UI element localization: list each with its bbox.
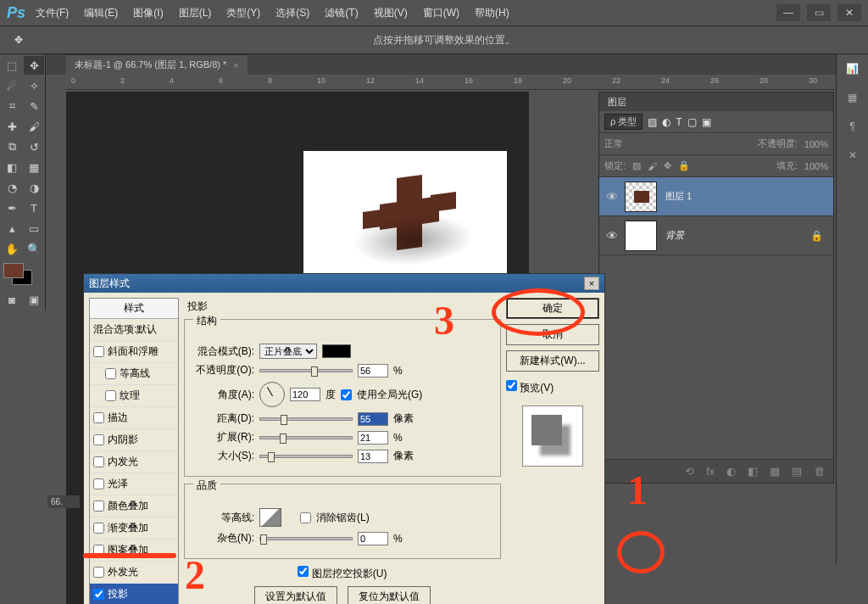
- eraser-tool[interactable]: ◧: [2, 158, 22, 176]
- menu-window[interactable]: 窗口(W): [423, 6, 459, 20]
- style-checkbox[interactable]: [93, 501, 104, 512]
- preview-checkbox[interactable]: [506, 380, 517, 391]
- menu-select[interactable]: 选择(S): [275, 6, 309, 20]
- style-checkbox[interactable]: [93, 456, 104, 467]
- quickmask-tool[interactable]: ◙: [2, 290, 22, 309]
- lock-pixel-icon[interactable]: 🖌: [648, 161, 657, 171]
- size-slider[interactable]: [259, 455, 353, 458]
- distance-slider[interactable]: [259, 417, 353, 421]
- blend-mode-select[interactable]: 正片叠底: [259, 344, 317, 359]
- menu-filter[interactable]: 滤镜(T): [325, 6, 358, 20]
- rect-select-tool[interactable]: ⬚: [2, 56, 22, 75]
- menu-file[interactable]: 文件(F): [36, 6, 69, 20]
- eyedropper-tool[interactable]: ✎: [24, 97, 44, 115]
- style-row-inner-glow[interactable]: 内发光: [90, 451, 178, 473]
- style-row-satin[interactable]: 光泽: [90, 473, 178, 495]
- style-checkbox[interactable]: [93, 412, 104, 423]
- style-checkbox[interactable]: [93, 567, 104, 578]
- style-checkbox[interactable]: [105, 390, 116, 401]
- paragraph-icon[interactable]: ¶: [837, 112, 868, 141]
- type-tool[interactable]: T: [24, 199, 44, 217]
- layer-row[interactable]: 👁 图层 1: [599, 177, 833, 216]
- noise-slider[interactable]: [259, 537, 353, 540]
- style-checkbox[interactable]: [93, 346, 104, 357]
- link-layers-icon[interactable]: ⟲: [685, 465, 694, 478]
- blend-options-row[interactable]: 混合选项:默认: [90, 319, 178, 341]
- lock-pos-icon[interactable]: ✥: [664, 160, 671, 171]
- move-tool[interactable]: ✥: [24, 56, 44, 75]
- fx-icon[interactable]: fx: [706, 465, 715, 478]
- history-brush-tool[interactable]: ↺: [24, 137, 44, 156]
- menu-edit[interactable]: 编辑(E): [84, 6, 118, 20]
- filter-smart-icon[interactable]: ▣: [702, 116, 711, 128]
- lock-trans-icon[interactable]: ▨: [632, 160, 641, 171]
- maximize-button[interactable]: ▭: [807, 4, 831, 21]
- noise-input[interactable]: [358, 532, 388, 545]
- layer-row[interactable]: 👁 背景 🔒: [599, 216, 833, 255]
- swatches-icon[interactable]: ▦: [837, 83, 868, 112]
- opacity-slider[interactable]: [259, 369, 353, 372]
- opacity-value[interactable]: 100%: [804, 139, 828, 149]
- reset-default-button[interactable]: 复位为默认值: [348, 586, 431, 604]
- dodge-tool[interactable]: ◑: [24, 178, 44, 197]
- filter-shape-icon[interactable]: ▢: [687, 116, 697, 128]
- new-layer-icon[interactable]: ▤: [792, 465, 802, 478]
- style-row-bevel[interactable]: 斜面和浮雕: [90, 341, 178, 363]
- menu-help[interactable]: 帮助(H): [475, 6, 509, 20]
- spread-input[interactable]: [358, 431, 388, 445]
- layers-panel-header[interactable]: 图层: [599, 92, 833, 111]
- new-style-button[interactable]: 新建样式(W)...: [506, 350, 599, 372]
- adjustment-icon[interactable]: ◧: [748, 465, 758, 478]
- close-tab-icon[interactable]: ×: [233, 60, 238, 70]
- layer-thumbnail[interactable]: [625, 221, 657, 251]
- style-checkbox[interactable]: [93, 434, 104, 445]
- style-row-texture[interactable]: 纹理: [90, 385, 178, 407]
- lasso-tool[interactable]: ☄: [2, 76, 22, 95]
- style-checkbox[interactable]: [93, 523, 104, 534]
- brush-tool[interactable]: 🖌: [24, 117, 44, 136]
- screenmode-tool[interactable]: ▣: [24, 290, 44, 309]
- shadow-color-swatch[interactable]: [322, 344, 351, 358]
- blend-mode-select[interactable]: 正常: [604, 137, 664, 150]
- dialog-close-button[interactable]: ×: [584, 277, 599, 290]
- zoom-tool[interactable]: 🔍: [24, 239, 44, 258]
- foreground-color[interactable]: [3, 263, 24, 278]
- opacity-input[interactable]: [358, 364, 388, 378]
- minimize-button[interactable]: —: [776, 4, 800, 21]
- histogram-icon[interactable]: 📊: [837, 54, 868, 83]
- style-row-gradient-overlay[interactable]: 渐变叠加: [90, 517, 178, 540]
- lock-all-icon[interactable]: 🔒: [678, 160, 690, 171]
- filter-pixel-icon[interactable]: ▨: [648, 116, 657, 128]
- size-input[interactable]: [358, 450, 388, 463]
- menu-type[interactable]: 类型(Y): [226, 6, 260, 20]
- style-row-pattern-overlay[interactable]: 图案叠加: [90, 540, 178, 562]
- path-select-tool[interactable]: ▴: [2, 219, 22, 238]
- layer-thumbnail[interactable]: [625, 182, 657, 212]
- angle-input[interactable]: [290, 388, 320, 401]
- color-swatches[interactable]: [2, 260, 44, 288]
- crop-tool[interactable]: ⌗: [2, 97, 22, 115]
- layer-name[interactable]: 背景: [665, 229, 684, 242]
- blur-tool[interactable]: ◔: [2, 178, 22, 197]
- gradient-tool[interactable]: ▦: [24, 158, 44, 176]
- trash-icon[interactable]: 🗑: [814, 465, 825, 478]
- filter-adjust-icon[interactable]: ◐: [662, 116, 670, 128]
- layer-name[interactable]: 图层 1: [665, 190, 692, 203]
- antialias-checkbox[interactable]: [300, 512, 311, 523]
- style-row-inner-shadow[interactable]: 内阴影: [90, 429, 178, 451]
- close-window-button[interactable]: ✕: [837, 4, 861, 21]
- filter-type-icon[interactable]: T: [676, 116, 682, 128]
- styles-header[interactable]: 样式: [90, 299, 178, 319]
- document-tab[interactable]: 未标题-1 @ 66.7% (图层 1, RGB/8) * ×: [66, 54, 248, 75]
- shape-tool[interactable]: ▭: [24, 219, 44, 238]
- contour-picker[interactable]: [259, 508, 281, 527]
- spread-slider[interactable]: [259, 436, 353, 439]
- style-checkbox[interactable]: [93, 478, 104, 489]
- fill-value[interactable]: 100%: [804, 161, 828, 171]
- menu-view[interactable]: 视图(V): [374, 6, 408, 20]
- style-checkbox[interactable]: [93, 589, 104, 600]
- knockout-checkbox[interactable]: [298, 566, 309, 577]
- mask-icon[interactable]: ◐: [726, 465, 736, 478]
- style-row-contour[interactable]: 等高线: [90, 363, 178, 385]
- distance-input[interactable]: [358, 412, 388, 426]
